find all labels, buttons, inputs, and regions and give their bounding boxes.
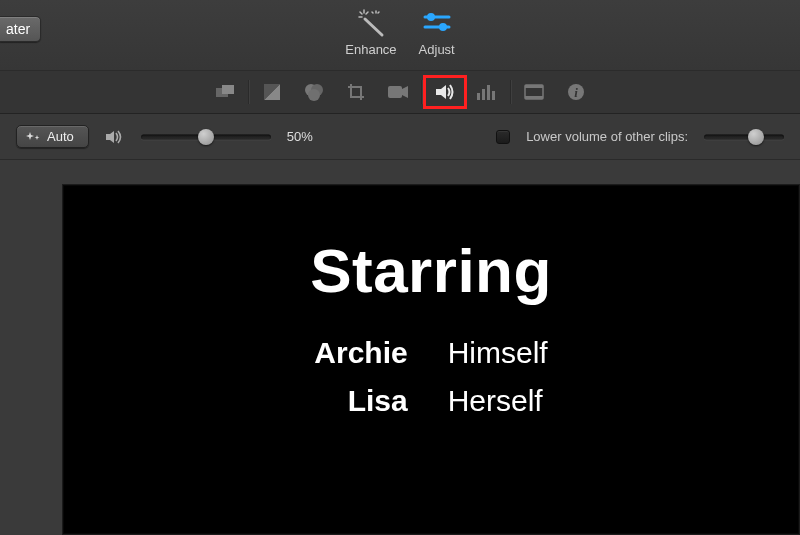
credit-name: Lisa (314, 384, 407, 418)
svg-point-2 (427, 13, 435, 21)
volume-slider[interactable] (141, 129, 271, 145)
enhance-tool[interactable]: Enhance (345, 6, 396, 57)
contrast-icon (262, 82, 282, 102)
credit-name: Archie (314, 336, 407, 370)
svg-rect-11 (388, 86, 402, 98)
separator (248, 80, 249, 104)
sliders-icon (419, 6, 455, 40)
tab-color[interactable] (293, 76, 335, 108)
svg-rect-19 (525, 85, 543, 88)
svg-rect-16 (487, 85, 490, 100)
adjust-label: Adjust (419, 42, 455, 57)
tab-overlap[interactable] (204, 76, 246, 108)
svg-point-3 (439, 23, 447, 31)
lower-volume-label: Lower volume of other clips: (526, 129, 688, 144)
svg-marker-23 (26, 132, 34, 140)
adjust-tool[interactable]: Adjust (419, 6, 455, 57)
credit-role: Himself (448, 336, 548, 370)
film-icon (523, 83, 545, 101)
tab-contrast[interactable] (251, 76, 293, 108)
svg-rect-20 (525, 96, 543, 99)
slider-knob[interactable] (748, 129, 764, 145)
separator (510, 80, 511, 104)
preview-canvas: Starring ArchieHimselfLisaHerself (62, 184, 800, 535)
svg-marker-12 (402, 86, 408, 98)
tab-info[interactable]: i (555, 76, 597, 108)
svg-rect-5 (222, 85, 234, 94)
svg-rect-15 (482, 89, 485, 100)
enhance-label: Enhance (345, 42, 396, 57)
theater-button[interactable]: ater (0, 16, 41, 42)
equalizer-icon (476, 83, 498, 101)
crop-icon (346, 82, 366, 102)
tab-crop[interactable] (335, 76, 377, 108)
volume-icon (434, 82, 456, 102)
auto-button[interactable]: Auto (16, 125, 89, 148)
tab-stabilize[interactable] (377, 76, 419, 108)
tab-volume[interactable] (424, 76, 466, 108)
svg-marker-13 (436, 85, 446, 99)
svg-text:i: i (574, 85, 578, 100)
volume-icon (105, 129, 125, 145)
tab-equalizer[interactable] (466, 76, 508, 108)
info-icon: i (566, 82, 586, 102)
credits-table: ArchieHimselfLisaHerself (314, 336, 547, 418)
credit-role: Herself (448, 384, 548, 418)
lower-volume-checkbox[interactable] (496, 130, 510, 144)
volume-controls: Auto 50% Lower volume of other clips: (0, 114, 800, 160)
overlap-icon (214, 83, 236, 101)
separator (421, 80, 422, 104)
volume-value: 50% (287, 129, 335, 144)
title-toolbar: ater Enhance (0, 0, 800, 70)
svg-marker-25 (106, 131, 114, 143)
svg-marker-24 (35, 135, 40, 140)
svg-rect-14 (477, 93, 480, 100)
ducking-slider[interactable] (704, 129, 784, 145)
svg-point-10 (308, 89, 320, 101)
theater-button-label: ater (6, 21, 30, 37)
svg-rect-17 (492, 91, 495, 100)
adjust-tabs: i (0, 70, 800, 114)
credits-title: Starring (310, 235, 552, 306)
tab-clip-info[interactable] (513, 76, 555, 108)
camera-icon (387, 84, 409, 100)
color-palette-icon (303, 82, 325, 102)
slider-knob[interactable] (198, 129, 214, 145)
sparkle-icon (25, 130, 41, 144)
magic-wand-icon (345, 6, 396, 40)
auto-button-label: Auto (47, 129, 74, 144)
slider-track (704, 134, 784, 139)
